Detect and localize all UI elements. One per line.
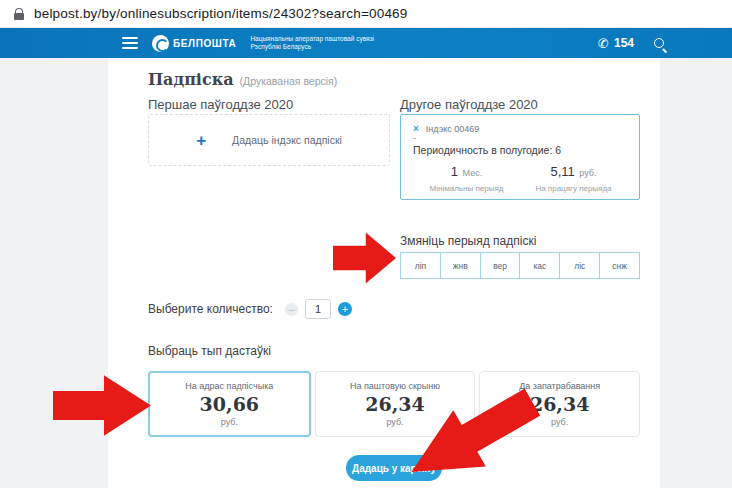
delivery-option-currency: руб. [221,417,238,427]
month-button-oct[interactable]: кас [519,252,560,279]
month-button-jul[interactable]: ліп [400,252,441,279]
phone-icon: ✆ [598,36,609,51]
chip-label: Індэкс 00469 [426,124,479,134]
delivery-option-price: 26,34 [530,393,590,415]
url-text[interactable]: belpost.by/by/onlinesubscription/items/2… [34,6,408,21]
search-icon[interactable] [654,38,664,48]
delivery-option-price: 26,34 [365,393,425,415]
content-card: Падпіска (Друкаваная версія) Першае паўг… [108,58,660,488]
second-half-heading: Другое паўгоддзе 2020 [400,97,538,112]
month-selector: ліп жнв вер кас ліс снж [400,252,640,279]
stat-caption: Мінімальны перыяд [413,184,520,193]
hamburger-menu-icon[interactable] [122,37,138,49]
first-half-heading: Першае паўгоддзе 2020 [148,97,293,112]
page-background: Падпіска (Друкаваная версія) Першае паўг… [0,58,732,488]
belpost-logo[interactable]: БЕЛПОШТА [152,35,236,52]
add-subscription-index-button[interactable]: + Дадаць індэкс падпіскі [148,114,390,166]
phone-number[interactable]: 154 [614,36,634,50]
belpost-logo-icon [152,35,169,52]
add-subscription-label: Дадаць індэкс падпіскі [232,134,342,146]
change-period-heading: Змяніць перыяд падпіскі [400,234,536,248]
delivery-option-label: На адрас падпісчыка [185,381,273,391]
belpost-logo-text: БЕЛПОШТА [173,38,236,49]
tagline-line2: Рэспублікі Беларусь [250,43,374,51]
delivery-option-currency: руб. [386,417,403,427]
stat-unit: Мес. [463,168,483,178]
lock-icon [14,8,24,20]
delivery-option-price: 30,66 [200,393,260,415]
tagline-line1: Нацыянальны аператар паштовай сувязі [250,35,374,43]
subscription-stats: 1 Мес. Мінімальны перыяд 5,11 руб. На пр… [413,162,627,193]
chip-dash: - [413,135,627,141]
month-button-sep[interactable]: вер [480,252,521,279]
quantity-label: Выберите количество: [148,302,273,316]
periodicity-text: Периодичность в полугодие: 6 [413,144,627,156]
index-chip[interactable]: × Індэкс 00469 [413,123,627,134]
header-tagline: Нацыянальны аператар паштовай сувязі Рэс… [250,35,374,51]
quantity-row: Выберите количество: – + [148,299,352,319]
stat-value: 5,11 [551,164,575,179]
stat-period-price: 5,11 руб. На працягу перыяда [520,162,627,193]
month-button-aug[interactable]: жнв [440,252,481,279]
stat-caption: На працягу перыяда [520,184,627,193]
delivery-type-heading: Выбраць тып дастаўкі [148,344,271,358]
month-button-nov[interactable]: ліс [559,252,600,279]
stat-min-period: 1 Мес. Мінімальны перыяд [413,162,520,193]
delivery-option-label: На паштовую скрыню [350,381,440,391]
plus-icon: + [196,132,206,149]
delivery-options: На адрас падпісчыка 30,66 руб. На паштов… [148,371,640,437]
delivery-option-currency: руб. [551,417,568,427]
quantity-minus-button[interactable]: – [285,303,298,316]
stat-value: 1 [451,164,458,179]
subscription-details-box: × Індэкс 00469 - Периодичность в полугод… [400,114,640,200]
stat-unit: руб. [579,168,596,178]
browser-address-bar[interactable]: belpost.by/by/onlinesubscription/items/2… [0,0,732,28]
delivery-option-label: Да запатрабавання [519,381,600,391]
quantity-plus-button[interactable]: + [338,302,352,316]
page-title-suffix: (Друкаваная версія) [240,75,338,87]
delivery-option-address[interactable]: На адрас падпісчыка 30,66 руб. [148,371,311,437]
page-title: Падпіска [148,70,234,89]
month-button-dec[interactable]: снж [599,252,640,279]
quantity-input[interactable] [305,299,331,319]
app-header: БЕЛПОШТА Нацыянальны аператар паштовай с… [0,28,732,58]
page-title-row: Падпіска (Друкаваная версія) [148,70,337,89]
